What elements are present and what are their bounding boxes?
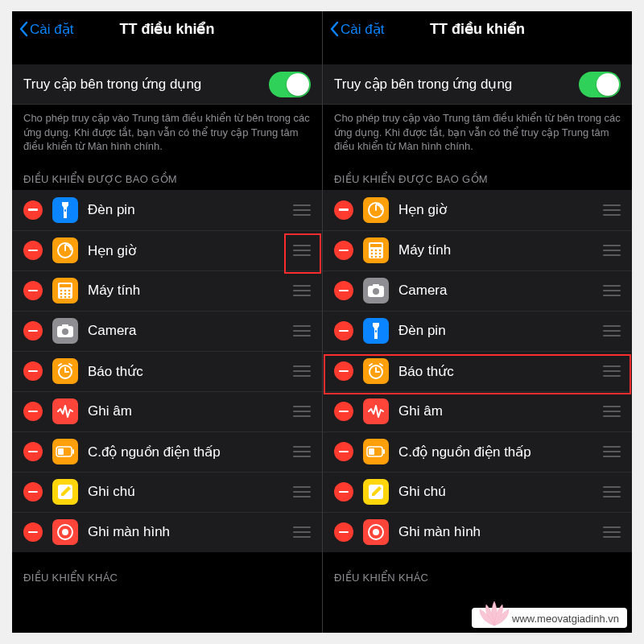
- drag-handle[interactable]: [603, 365, 621, 377]
- drag-handle[interactable]: [293, 406, 311, 417]
- remove-button[interactable]: [23, 522, 43, 542]
- list-item[interactable]: Hẹn giờ: [12, 230, 322, 270]
- access-label: Truy cập bên trong ứng dụng: [334, 76, 579, 93]
- canvas: Cài đặt TT điều khiển Truy cập bên trong…: [0, 0, 644, 644]
- item-title: C.độ nguồn điện thấp: [88, 444, 287, 460]
- item-title: Ghi âm: [88, 403, 287, 419]
- drag-handle[interactable]: [603, 446, 621, 457]
- included-header: ĐIỀU KHIỂN ĐƯỢC BAO GỒM: [12, 154, 322, 190]
- svg-line-48: [369, 364, 372, 365]
- drag-handle[interactable]: [293, 486, 311, 497]
- svg-line-49: [380, 364, 382, 365]
- remove-button[interactable]: [334, 361, 353, 381]
- record-icon: [363, 519, 389, 545]
- svg-point-36: [375, 253, 378, 255]
- item-title: Máy tính: [398, 242, 597, 258]
- chevron-left-icon: [19, 21, 28, 37]
- remove-button[interactable]: [334, 200, 353, 220]
- remove-button[interactable]: [23, 482, 43, 502]
- svg-line-20: [59, 364, 61, 365]
- list-item[interactable]: Ghi màn hình: [323, 512, 632, 552]
- svg-rect-0: [64, 209, 66, 212]
- notes-icon: [52, 479, 78, 505]
- remove-button[interactable]: [334, 321, 353, 341]
- access-footer: Cho phép truy cập vào Trung tâm điều khi…: [323, 105, 632, 154]
- drag-handle[interactable]: [603, 285, 621, 296]
- svg-rect-23: [72, 449, 74, 454]
- item-title: Hẹn giờ: [88, 242, 287, 259]
- remove-button[interactable]: [334, 281, 353, 300]
- drag-handle[interactable]: [603, 526, 621, 538]
- item-title: C.độ nguồn điện thấp: [398, 444, 597, 460]
- list-item[interactable]: Hẹn giờ: [323, 190, 632, 230]
- svg-rect-51: [383, 449, 385, 454]
- item-title: Đèn pin: [88, 202, 287, 218]
- drag-handle[interactable]: [293, 204, 311, 216]
- list-item[interactable]: Báo thức: [12, 351, 322, 391]
- drag-handle[interactable]: [603, 406, 621, 417]
- access-toggle[interactable]: [269, 72, 311, 97]
- list-item[interactable]: Ghi âm: [12, 391, 322, 431]
- back-button[interactable]: Cài đặt: [19, 21, 73, 38]
- list-item[interactable]: Ghi chú: [323, 472, 632, 512]
- svg-point-10: [68, 293, 71, 295]
- svg-point-32: [371, 250, 374, 252]
- item-title: Máy tính: [88, 283, 287, 299]
- drag-handle[interactable]: [293, 446, 311, 457]
- battery-icon: [52, 439, 78, 464]
- remove-button[interactable]: [23, 200, 43, 220]
- drag-handle[interactable]: [293, 526, 311, 538]
- nav-bar: Cài đặt TT điều khiển: [323, 11, 632, 47]
- svg-point-55: [373, 529, 379, 535]
- flashlight-icon: [363, 318, 389, 344]
- remove-button[interactable]: [23, 402, 43, 421]
- svg-point-27: [62, 529, 68, 535]
- remove-button[interactable]: [334, 402, 353, 421]
- list-item[interactable]: Ghi âm: [323, 391, 632, 431]
- list-item[interactable]: Camera: [323, 270, 632, 311]
- svg-point-34: [379, 250, 382, 252]
- list-item[interactable]: Máy tính: [323, 230, 632, 270]
- timer-icon: [52, 237, 78, 263]
- access-toggle[interactable]: [579, 72, 621, 97]
- list-item[interactable]: C.độ nguồn điện thấp: [12, 431, 322, 472]
- back-button[interactable]: Cài đặt: [329, 21, 384, 38]
- drag-handle[interactable]: [603, 245, 621, 256]
- drag-handle[interactable]: [293, 245, 311, 256]
- svg-point-9: [64, 293, 67, 295]
- remove-button[interactable]: [23, 321, 43, 341]
- item-title: Camera: [88, 323, 287, 339]
- included-header: ĐIỀU KHIỂN ĐƯỢC BAO GỒM: [323, 154, 632, 190]
- drag-handle[interactable]: [603, 325, 621, 336]
- drag-handle[interactable]: [293, 365, 311, 377]
- list-item[interactable]: Đèn pin: [323, 311, 632, 351]
- item-title: Camera: [398, 283, 597, 299]
- svg-point-12: [64, 296, 67, 299]
- chevron-left-icon: [329, 21, 339, 37]
- list-item[interactable]: Máy tính: [12, 270, 322, 311]
- remove-button[interactable]: [334, 522, 353, 542]
- drag-handle[interactable]: [603, 486, 621, 497]
- nav-bar: Cài đặt TT điều khiển: [12, 11, 322, 47]
- item-title: Ghi chú: [88, 484, 287, 500]
- list-item[interactable]: Ghi màn hình: [12, 512, 322, 552]
- access-toggle-row[interactable]: Truy cập bên trong ứng dụng: [12, 64, 322, 105]
- calculator-icon: [363, 237, 389, 263]
- list-item[interactable]: Camera: [12, 311, 322, 351]
- access-toggle-row[interactable]: Truy cập bên trong ứng dụng: [323, 64, 632, 105]
- drag-handle[interactable]: [603, 204, 621, 216]
- remove-button[interactable]: [23, 281, 43, 300]
- list-item[interactable]: Báo thức: [323, 351, 632, 391]
- remove-button[interactable]: [23, 241, 43, 260]
- remove-button[interactable]: [334, 442, 353, 461]
- remove-button[interactable]: [23, 361, 43, 381]
- drag-handle[interactable]: [293, 285, 311, 296]
- list-item[interactable]: Đèn pin: [12, 190, 322, 230]
- remove-button[interactable]: [23, 442, 43, 461]
- list-item[interactable]: C.độ nguồn điện thấp: [323, 431, 632, 472]
- remove-button[interactable]: [334, 241, 353, 260]
- svg-point-5: [60, 290, 63, 292]
- drag-handle[interactable]: [293, 325, 311, 336]
- remove-button[interactable]: [334, 482, 353, 502]
- list-item[interactable]: Ghi chú: [12, 472, 322, 512]
